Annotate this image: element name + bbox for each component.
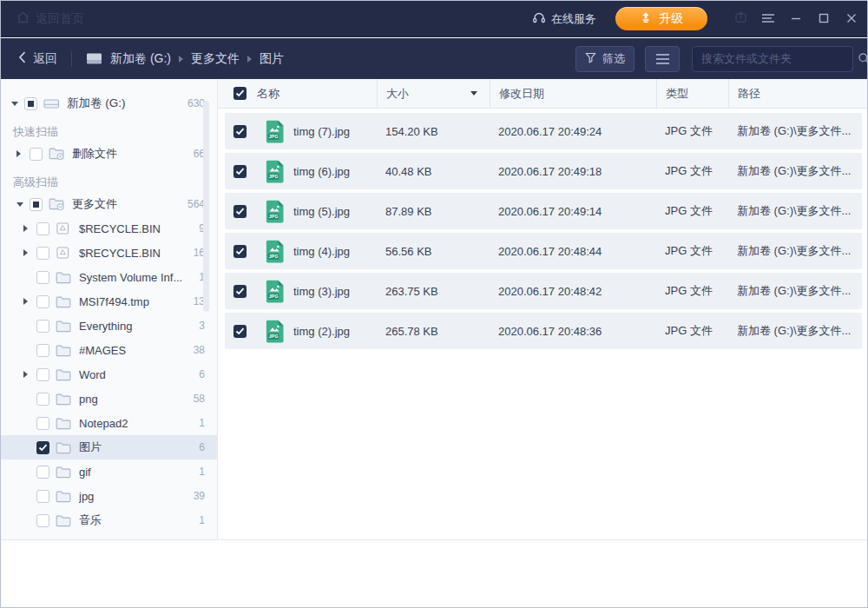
tree-item-count: 1 xyxy=(192,417,205,429)
share-button[interactable] xyxy=(727,1,754,37)
tree-item-checkbox[interactable] xyxy=(36,222,49,235)
row-checkbox[interactable] xyxy=(233,325,247,338)
file-date: 2020.06.17 20:48:44 xyxy=(490,245,656,258)
tree-item-checkbox[interactable] xyxy=(30,198,43,211)
row-checkbox[interactable] xyxy=(233,205,247,218)
expand-arrow-icon[interactable] xyxy=(16,150,30,157)
file-table: 名称 大小 修改日期 类型 路径 JPGtimg (7).jpg154.20 K… xyxy=(218,79,868,539)
online-service-button[interactable]: 在线服务 xyxy=(532,10,596,27)
tree-item[interactable]: Notepad21 xyxy=(1,411,217,435)
tree-item[interactable]: 更多文件564 xyxy=(1,192,217,216)
tree-item-checkbox[interactable] xyxy=(36,247,49,260)
sidebar-scrollbar[interactable] xyxy=(203,101,209,312)
jpg-file-icon: JPG xyxy=(266,200,285,223)
column-header-date[interactable]: 修改日期 xyxy=(490,79,656,108)
breadcrumb-item-drive[interactable]: 新加卷 (G:) xyxy=(110,51,171,67)
table-row[interactable]: JPGtimg (7).jpg154.20 KB2020.06.17 20:49… xyxy=(225,113,862,149)
collapse-arrow-icon[interactable] xyxy=(16,202,30,207)
tree-item-count: 6 xyxy=(192,441,205,453)
table-row[interactable]: JPGtimg (4).jpg56.56 KB2020.06.17 20:48:… xyxy=(225,233,862,269)
table-row[interactable]: JPGtimg (3).jpg263.75 KB2020.06.17 20:48… xyxy=(225,273,862,309)
file-size: 154.20 KB xyxy=(377,125,490,138)
tree-item-label: 图片 xyxy=(79,439,102,455)
tree-item[interactable]: 新加卷 (G:)630 xyxy=(1,91,217,116)
tree-item-checkbox[interactable] xyxy=(36,271,49,284)
maximize-icon xyxy=(819,11,829,27)
expand-arrow-icon[interactable] xyxy=(23,225,36,232)
menu-button[interactable] xyxy=(754,1,782,37)
tree-item-label: Word xyxy=(79,368,106,381)
file-date: 2020.06.17 20:48:42 xyxy=(490,285,656,298)
tree-item-checkbox[interactable] xyxy=(36,295,49,308)
folder-icon xyxy=(56,466,73,479)
filter-button[interactable]: 筛选 xyxy=(575,46,635,72)
column-header-path[interactable]: 路径 xyxy=(728,79,868,108)
tree-item[interactable]: System Volume Inf...1 xyxy=(1,265,217,289)
expand-arrow-icon[interactable] xyxy=(23,298,36,305)
breadcrumb-item-current[interactable]: 图片 xyxy=(260,51,284,67)
tree-item[interactable]: png58 xyxy=(1,387,217,411)
sidebar-tree: 新加卷 (G:)630快速扫描删除文件66高级扫描更多文件564$RECYCLE… xyxy=(1,91,217,532)
tree-item-checkbox[interactable] xyxy=(36,368,49,381)
close-button[interactable] xyxy=(838,1,865,37)
drive-icon xyxy=(43,97,61,110)
row-checkbox[interactable] xyxy=(233,245,247,258)
expand-arrow-icon[interactable] xyxy=(23,371,36,378)
row-checkbox[interactable] xyxy=(233,125,247,138)
jpg-file-icon: JPG xyxy=(266,240,285,263)
tree-item[interactable]: Word6 xyxy=(1,362,217,387)
table-row[interactable]: JPGtimg (5).jpg87.89 KB2020.06.17 20:49:… xyxy=(225,193,862,229)
folder-x-icon xyxy=(49,147,66,161)
tree-item[interactable]: jpg39 xyxy=(1,484,217,508)
row-checkbox[interactable] xyxy=(233,165,247,178)
home-button[interactable]: 返回首页 xyxy=(16,11,84,27)
tree-item-checkbox[interactable] xyxy=(36,490,49,503)
tree-item-checkbox[interactable] xyxy=(24,97,37,110)
tree-item[interactable]: #MAGES38 xyxy=(1,338,217,362)
table-row[interactable]: JPGtimg (6).jpg40.48 KB2020.06.17 20:49:… xyxy=(225,153,862,189)
file-name: timg (3).jpg xyxy=(293,285,350,298)
tree-item-checkbox[interactable] xyxy=(36,514,49,527)
minimize-button[interactable] xyxy=(782,1,810,37)
tree-item[interactable]: 删除文件66 xyxy=(1,142,217,166)
tree-item-checkbox[interactable] xyxy=(36,320,49,333)
tree-item-checkbox[interactable] xyxy=(36,344,49,357)
tree-item-label: 新加卷 (G:) xyxy=(67,96,126,111)
jpg-file-icon: JPG xyxy=(266,120,285,143)
tree-item[interactable]: 图片6 xyxy=(1,435,217,459)
select-all-checkbox[interactable] xyxy=(233,87,247,100)
jpg-file-icon: JPG xyxy=(266,320,285,343)
expand-arrow-icon[interactable] xyxy=(23,249,36,256)
tree-item[interactable]: MSI7f494.tmp13 xyxy=(1,289,217,314)
upgrade-button[interactable]: 升级 xyxy=(615,7,707,30)
column-header-name[interactable]: 名称 xyxy=(257,79,377,108)
view-mode-button[interactable] xyxy=(645,46,680,72)
tree-item-checkbox[interactable] xyxy=(30,148,43,161)
tree-item[interactable]: gif1 xyxy=(1,459,217,484)
headset-icon xyxy=(532,10,546,27)
column-header-type[interactable]: 类型 xyxy=(656,79,728,108)
tree-item[interactable]: 音乐1 xyxy=(1,508,217,532)
breadcrumb-separator-icon xyxy=(247,56,252,63)
tree-item[interactable]: $RECYCLE.BIN9 xyxy=(1,216,217,241)
file-name: timg (6).jpg xyxy=(293,165,350,178)
table-row[interactable]: JPGtimg (2).jpg265.78 KB2020.06.17 20:48… xyxy=(225,313,862,349)
column-header-size[interactable]: 大小 xyxy=(377,79,490,108)
search-input[interactable] xyxy=(693,52,858,65)
maximize-button[interactable] xyxy=(810,1,838,37)
search-icon[interactable] xyxy=(858,52,868,65)
tree-item-label: png xyxy=(79,393,98,406)
collapse-arrow-icon[interactable] xyxy=(11,102,24,106)
back-button[interactable]: 返回 xyxy=(18,51,57,67)
folder-icon xyxy=(56,417,73,430)
row-checkbox[interactable] xyxy=(233,285,247,298)
tree-item-checkbox[interactable] xyxy=(36,441,49,454)
tree-item[interactable]: Everything3 xyxy=(1,314,217,338)
tree-item-checkbox[interactable] xyxy=(36,393,49,406)
file-path: 新加卷 (G:)\更多文件... xyxy=(728,163,862,179)
breadcrumb-item-folder[interactable]: 更多文件 xyxy=(191,51,240,67)
tree-item-checkbox[interactable] xyxy=(36,466,49,479)
tree-item[interactable]: $RECYCLE.BIN16 xyxy=(1,241,217,265)
tree-item-checkbox[interactable] xyxy=(36,417,49,430)
tree-item-label: 删除文件 xyxy=(72,146,117,162)
